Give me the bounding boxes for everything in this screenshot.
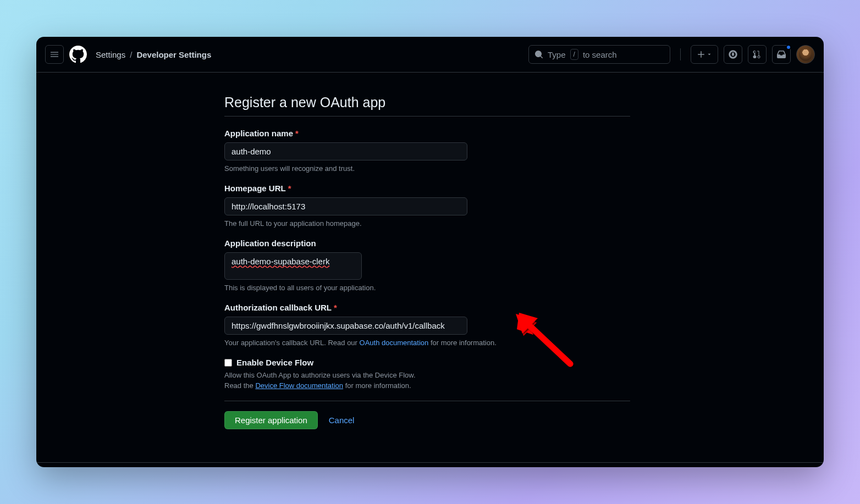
device-flow-docs-link[interactable]: Device Flow documentation: [255, 381, 343, 390]
callback-url-label: Authorization callback URL*: [224, 303, 630, 312]
description-textarea[interactable]: auth-demo-supabase-clerk: [224, 252, 362, 280]
breadcrumb-settings[interactable]: Settings: [96, 50, 125, 59]
hamburger-icon: [50, 50, 59, 59]
breadcrumb-separator: /: [130, 50, 132, 59]
pull-requests-button[interactable]: [748, 45, 767, 64]
callback-url-help: Your application's callback URL. Read ou…: [224, 339, 630, 347]
page-footer: [36, 462, 824, 467]
device-flow-label: Enable Device Flow: [236, 358, 313, 367]
issues-button[interactable]: [724, 45, 742, 64]
description-help: This is displayed to all users of your a…: [224, 284, 630, 292]
notification-indicator: [786, 45, 791, 50]
cancel-button[interactable]: Cancel: [329, 416, 355, 425]
user-avatar[interactable]: [796, 45, 815, 64]
homepage-url-label: Homepage URL*: [224, 184, 630, 193]
search-icon: [534, 50, 543, 59]
search-suffix: to search: [583, 50, 617, 59]
register-application-button[interactable]: Register application: [224, 411, 318, 429]
homepage-url-help: The full URL to your application homepag…: [224, 219, 630, 228]
notifications-button[interactable]: [772, 45, 791, 64]
homepage-url-input[interactable]: [224, 197, 467, 215]
app-name-label: Application name*: [224, 129, 630, 138]
issues-icon: [729, 50, 737, 59]
svg-point-0: [732, 53, 734, 56]
device-flow-help-1: Allow this OAuth App to authorize users …: [224, 371, 630, 379]
caret-down-icon: [707, 52, 712, 57]
callback-url-input[interactable]: [224, 317, 467, 335]
menu-button[interactable]: [45, 45, 64, 64]
device-flow-checkbox[interactable]: [224, 359, 232, 367]
device-flow-help-2: Read the Device Flow documentation for m…: [224, 381, 630, 390]
breadcrumb-current[interactable]: Developer Settings: [136, 50, 211, 59]
search-prefix: Type: [548, 50, 566, 59]
github-icon: [69, 46, 87, 63]
description-label: Application description: [224, 239, 630, 248]
oauth-docs-link[interactable]: OAuth documentation: [360, 339, 429, 347]
breadcrumb: Settings / Developer Settings: [96, 50, 211, 59]
page-title: Register a new OAuth app: [224, 95, 630, 117]
pull-request-icon: [753, 50, 762, 59]
app-name-help: Something users will recognize and trust…: [224, 164, 630, 173]
app-name-input[interactable]: [224, 142, 467, 160]
inbox-icon: [777, 50, 786, 59]
create-new-button[interactable]: [691, 45, 718, 64]
github-logo[interactable]: [69, 46, 87, 63]
search-kbd: /: [570, 49, 578, 60]
plus-icon: [697, 50, 705, 59]
search-input[interactable]: Type / to search: [528, 45, 670, 64]
